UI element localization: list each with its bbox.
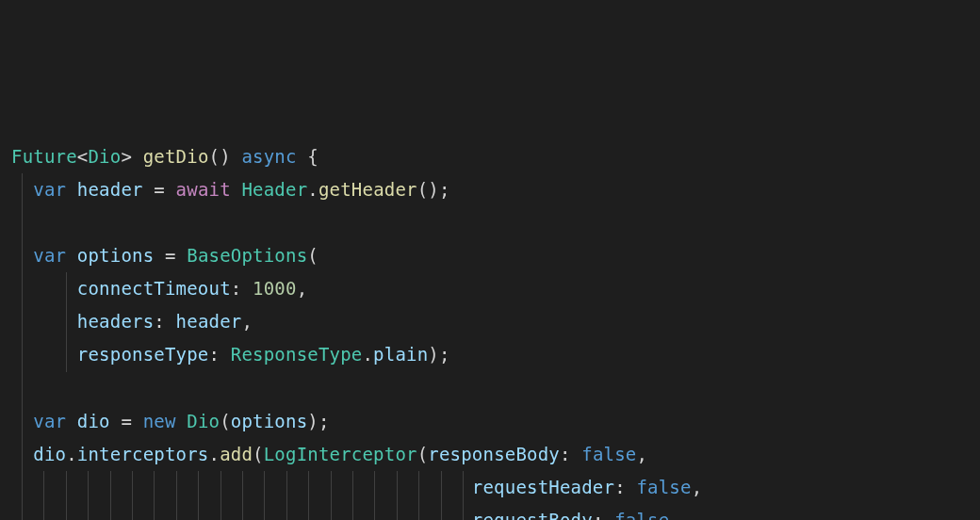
code-line: var options = BaseOptions( xyxy=(11,239,969,272)
code-line: responseType: ResponseType.plain); xyxy=(11,338,969,371)
whitespace xyxy=(241,278,253,299)
indent-guide xyxy=(22,471,23,504)
code-editor[interactable]: Future<Dio> getDio() async { var header … xyxy=(11,140,969,520)
indent-guide xyxy=(374,504,375,520)
dot: . xyxy=(307,179,318,200)
class-name: LogInterceptor xyxy=(264,444,417,464)
whitespace xyxy=(220,344,231,365)
indent-guide xyxy=(352,471,353,504)
whitespace xyxy=(604,510,615,520)
number-literal: 1000 xyxy=(253,278,297,299)
indent-guide xyxy=(176,504,177,520)
indent-guide xyxy=(220,471,221,504)
paren-close: ) xyxy=(428,344,439,365)
whitespace xyxy=(626,477,637,497)
colon: : xyxy=(154,311,165,332)
identifier: header xyxy=(176,311,242,332)
var-keyword: var xyxy=(33,179,66,200)
indent-guide xyxy=(198,504,199,520)
indent-guide xyxy=(88,504,89,520)
property: headers xyxy=(77,311,154,332)
angle-bracket: < xyxy=(77,146,89,167)
indent-guide xyxy=(463,504,464,520)
paren-close: ) xyxy=(307,411,318,431)
indent-guide xyxy=(264,504,265,520)
indent-guide xyxy=(66,338,67,371)
whitespace xyxy=(231,179,242,200)
indent-guide xyxy=(397,471,398,504)
indent-guide xyxy=(463,471,464,504)
equals: = xyxy=(121,411,132,431)
comma: , xyxy=(669,510,680,520)
paren-open: ( xyxy=(220,411,231,431)
code-line-empty xyxy=(11,206,969,239)
indent-guide xyxy=(22,272,23,305)
identifier: plain xyxy=(373,344,428,365)
dot: . xyxy=(209,444,220,464)
async-keyword: async xyxy=(241,146,296,167)
method-name: add xyxy=(220,444,253,464)
whitespace xyxy=(66,245,77,266)
colon: : xyxy=(209,344,220,365)
code-line: requestBody: false, xyxy=(11,504,969,520)
indent-guide xyxy=(110,471,111,504)
colon: : xyxy=(614,477,626,497)
semicolon: ; xyxy=(439,179,450,200)
property: requestBody xyxy=(472,510,593,520)
await-keyword: await xyxy=(176,179,231,200)
code-line: Future<Dio> getDio() async { xyxy=(11,140,969,173)
whitespace xyxy=(231,146,242,167)
indent-guide xyxy=(242,471,243,504)
paren-open: ( xyxy=(253,444,264,464)
indent-guide xyxy=(22,239,23,272)
code-line: var header = await Header.getHeader(); xyxy=(11,173,969,206)
indent-guide xyxy=(22,438,23,471)
whitespace xyxy=(165,311,176,332)
boolean-literal: false xyxy=(636,477,691,497)
indent-guide xyxy=(441,504,442,520)
angle-bracket: > xyxy=(121,146,132,167)
whitespace xyxy=(132,146,143,167)
whitespace xyxy=(66,179,77,200)
code-line: headers: header, xyxy=(11,305,969,338)
dot: . xyxy=(362,344,373,365)
parens: () xyxy=(209,146,231,167)
dot: . xyxy=(66,444,77,464)
comma: , xyxy=(241,311,253,332)
identifier: header xyxy=(77,179,143,200)
indent-guide xyxy=(66,504,67,520)
indent-guide xyxy=(441,471,442,504)
indent-guide xyxy=(88,471,89,504)
semicolon: ; xyxy=(318,411,330,431)
property: responseBody xyxy=(428,444,560,464)
indent-guide xyxy=(110,504,111,520)
boolean-literal: false xyxy=(581,444,636,464)
whitespace xyxy=(132,411,143,431)
parens: () xyxy=(417,179,439,200)
indent-guide xyxy=(308,471,309,504)
indent-guide xyxy=(220,504,221,520)
indent-guide xyxy=(154,471,155,504)
colon: : xyxy=(231,278,242,299)
whitespace xyxy=(297,146,308,167)
paren-open: ( xyxy=(417,444,429,464)
indent-guide xyxy=(66,305,67,338)
identifier: dio xyxy=(33,444,66,464)
class-name: ResponseType xyxy=(231,344,363,365)
brace-open: { xyxy=(307,146,318,167)
indent-guide xyxy=(132,471,133,504)
semicolon: ; xyxy=(439,344,450,365)
indent-guide xyxy=(286,471,287,504)
property: requestHeader xyxy=(472,477,614,497)
whitespace xyxy=(165,179,176,200)
whitespace xyxy=(66,411,77,431)
indent-guide xyxy=(331,504,332,520)
code-line: requestHeader: false, xyxy=(11,471,969,504)
indent-guide xyxy=(22,206,23,239)
code-line: var dio = new Dio(options); xyxy=(11,405,969,438)
indent-guide xyxy=(418,504,419,520)
var-keyword: var xyxy=(33,245,66,266)
whitespace xyxy=(110,411,122,431)
code-line-empty xyxy=(11,372,969,405)
generic-type: Dio xyxy=(88,146,121,167)
